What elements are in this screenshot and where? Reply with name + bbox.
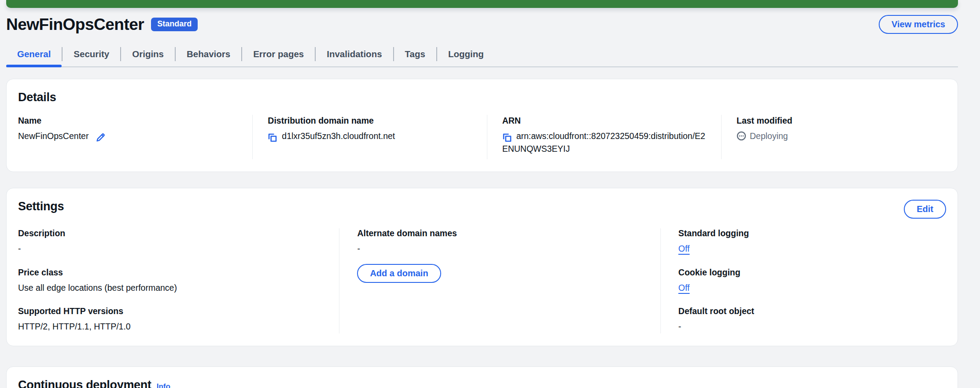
standard-badge: Standard xyxy=(151,18,198,31)
tab-general[interactable]: General xyxy=(6,44,62,66)
tab-behaviors[interactable]: Behaviors xyxy=(176,44,241,66)
name-value: NewFinOpsCenter xyxy=(18,131,88,141)
details-field-last-modified: Last modified Deploying xyxy=(721,115,946,159)
edit-name-button[interactable] xyxy=(96,132,106,143)
tab-error-pages[interactable]: Error pages xyxy=(242,44,315,66)
arn-value: arn:aws:cloudfront::820723250459:distrib… xyxy=(502,131,705,154)
field-alternate-domains: Alternate domain names - Add a domain xyxy=(357,228,647,282)
name-label: Name xyxy=(18,116,242,126)
standard-logging-label: Standard logging xyxy=(678,228,933,238)
tab-general-label: General xyxy=(17,49,51,59)
description-value: - xyxy=(18,242,326,255)
details-heading: Details xyxy=(18,91,946,104)
settings-column-3: Standard logging Off Cookie logging Off … xyxy=(660,228,946,333)
domain-value: d1lxr35uf5zn3h.cloudfront.net xyxy=(282,131,395,141)
cookie-logging-link[interactable]: Off xyxy=(678,283,690,293)
settings-grid: Description - Price class Use all edge l… xyxy=(18,228,946,333)
edit-settings-button[interactable]: Edit xyxy=(904,200,946,219)
arn-label: ARN xyxy=(502,116,711,126)
copy-arn-button[interactable] xyxy=(502,133,512,143)
tab-security-label: Security xyxy=(74,49,109,59)
last-modified-label: Last modified xyxy=(737,116,936,126)
tab-behaviors-label: Behaviors xyxy=(187,49,230,59)
continuous-deployment-heading: Continuous deployment xyxy=(18,378,151,388)
tab-logging-label: Logging xyxy=(448,49,484,59)
active-tab-underline xyxy=(6,65,62,67)
page-title: NewFinOpsCenter xyxy=(6,15,144,34)
tab-origins-label: Origins xyxy=(132,49,164,59)
tab-error-pages-label: Error pages xyxy=(253,49,304,59)
details-field-arn: ARN arn:aws:cloudfront::820723250459:dis… xyxy=(487,115,721,159)
copy-icon xyxy=(268,133,277,143)
tab-invalidations-label: Invalidations xyxy=(327,49,382,59)
settings-column-1: Description - Price class Use all edge l… xyxy=(18,228,339,333)
settings-heading: Settings xyxy=(18,200,64,213)
settings-card: Settings Edit Description - Price class … xyxy=(6,188,958,346)
field-default-root-object: Default root object - xyxy=(678,306,933,333)
field-cookie-logging: Cookie logging Off xyxy=(678,267,933,294)
description-label: Description xyxy=(18,228,326,238)
default-root-object-label: Default root object xyxy=(678,306,933,316)
page-header: NewFinOpsCenter Standard View metrics xyxy=(6,15,958,34)
tab-tags[interactable]: Tags xyxy=(394,44,436,66)
copy-icon xyxy=(502,133,512,143)
default-root-object-value: - xyxy=(678,320,933,333)
tab-logging[interactable]: Logging xyxy=(437,44,495,66)
cookie-logging-label: Cookie logging xyxy=(678,267,933,278)
tab-security[interactable]: Security xyxy=(63,44,120,66)
details-card: Details Name NewFinOpsCenter Distributio… xyxy=(6,79,958,172)
field-http-versions: Supported HTTP versions HTTP/2, HTTP/1.1… xyxy=(18,306,326,333)
add-domain-button[interactable]: Add a domain xyxy=(357,264,441,283)
tab-origins[interactable]: Origins xyxy=(121,44,175,66)
tab-invalidations[interactable]: Invalidations xyxy=(316,44,393,66)
field-description: Description - xyxy=(18,228,326,255)
alternate-domains-value: - xyxy=(357,242,647,255)
flash-success-bar xyxy=(6,0,958,8)
http-versions-label: Supported HTTP versions xyxy=(18,306,326,316)
details-grid: Name NewFinOpsCenter Distribution domain… xyxy=(18,115,946,159)
copy-domain-button[interactable] xyxy=(268,133,277,143)
view-metrics-button[interactable]: View metrics xyxy=(879,15,958,34)
info-link[interactable]: Info xyxy=(157,382,170,388)
standard-logging-link[interactable]: Off xyxy=(678,244,690,253)
details-field-domain: Distribution domain name d1lxr35uf5zn3h.… xyxy=(252,115,486,159)
details-field-name: Name NewFinOpsCenter xyxy=(18,115,252,159)
field-price-class: Price class Use all edge locations (best… xyxy=(18,267,326,294)
price-class-label: Price class xyxy=(18,267,326,278)
continuous-deployment-card: Continuous deployment Info Create stagin… xyxy=(6,366,958,388)
http-versions-value: HTTP/2, HTTP/1.1, HTTP/1.0 xyxy=(18,320,326,333)
edit-icon xyxy=(96,132,106,143)
tab-tags-label: Tags xyxy=(405,49,425,59)
settings-column-2: Alternate domain names - Add a domain xyxy=(339,228,660,333)
field-standard-logging: Standard logging Off xyxy=(678,228,933,255)
status-in-progress-icon xyxy=(737,131,746,141)
domain-label: Distribution domain name xyxy=(268,116,476,126)
price-class-value: Use all edge locations (best performance… xyxy=(18,282,326,294)
alternate-domains-label: Alternate domain names xyxy=(357,228,647,238)
tab-bar: General Security Origins Behaviors Error… xyxy=(6,44,958,67)
status-badge: Deploying xyxy=(750,131,788,141)
